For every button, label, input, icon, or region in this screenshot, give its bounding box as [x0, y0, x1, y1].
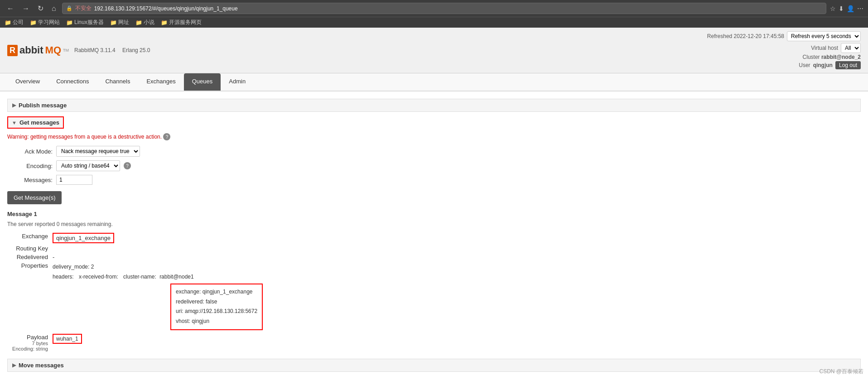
cluster-name-value: rabbit@node1: [159, 274, 194, 280]
vhost-row: Virtual host All: [707, 43, 861, 53]
nav-bar: Overview Connections Channels Exchanges …: [0, 73, 868, 91]
exchange-value: qingjun_1_exchange: [53, 233, 114, 243]
warning-text: Warning: getting messages from a queue i…: [7, 133, 861, 140]
properties-row: Properties delivery_mode: 2 headers: x-r…: [7, 262, 861, 330]
bookmark-opensource[interactable]: 📁 开源服务网页: [161, 19, 202, 26]
folder-icon: 📁: [30, 19, 37, 26]
star-button[interactable]: ☆: [830, 5, 836, 12]
bookmark-novel[interactable]: 📁 小说: [135, 19, 154, 26]
brand-text: abbit: [19, 44, 43, 56]
payload-value: wuhan_1: [53, 334, 82, 344]
rabbit-logo: R abbit MQ TM: [7, 44, 69, 56]
warning-help-icon[interactable]: ?: [163, 133, 170, 140]
nested-vhost: vhost: qingjun: [176, 317, 257, 327]
bookmark-label: Linux服务器: [74, 19, 104, 26]
browser-actions: ☆ ⬇ 👤 ⋯: [830, 5, 863, 12]
routing-key-label: Routing Key: [7, 245, 53, 252]
get-messages-button[interactable]: Get Message(s): [7, 191, 62, 204]
user-row: User qingjun Log out: [707, 61, 861, 69]
delivery-mode-line: delivery_mode: 2: [53, 262, 263, 272]
browser-chrome: ← → ↻ ⌂ 🔒 不安全 192.168.130.129:15672/#/qu…: [0, 0, 868, 28]
nested-box-container: exchange: qingjun_1_exchange redelivered…: [170, 284, 263, 330]
tab-overview[interactable]: Overview: [7, 73, 48, 91]
tab-connections[interactable]: Connections: [48, 73, 97, 91]
server-note: The server reported 0 messages remaining…: [7, 221, 861, 227]
publish-message-section[interactable]: ▶ Publish message: [7, 99, 861, 112]
get-messages-section-header[interactable]: ▼ Get messages: [7, 116, 64, 129]
headers-line: headers: x-received-from: cluster-name: …: [53, 272, 263, 282]
logo-icon: R: [7, 45, 18, 56]
bookmarks-bar: 📁 公司 📁 学习网站 📁 Linux服务器 📁 网址 📁 小说 📁 开源服务网…: [0, 17, 868, 28]
nested-redelivered: redelivered: false: [176, 297, 257, 307]
tab-exchanges[interactable]: Exchanges: [138, 73, 183, 91]
bookmark-linux[interactable]: 📁 Linux服务器: [66, 19, 104, 26]
bookmark-label: 公司: [13, 19, 24, 26]
watermark: CSDN @百泰倾若: [819, 368, 863, 375]
encoding-select[interactable]: Auto string / base64base64: [56, 160, 120, 171]
header-right: Refreshed 2022-12-20 17:45:58 Refresh ev…: [707, 31, 861, 69]
bookmark-label: 网址: [118, 19, 129, 26]
messages-label: Messages:: [7, 177, 53, 183]
cluster-value: rabbit@node_2: [821, 54, 861, 60]
refresh-select[interactable]: Refresh every 5 seconds: [787, 31, 861, 41]
properties-block: delivery_mode: 2 headers: x-received-fro…: [53, 262, 263, 330]
url-text: 192.168.130.129:15672/#/queues/qingjun/q…: [94, 5, 238, 12]
exchange-row: Exchange qingjun_1_exchange: [7, 233, 861, 243]
encoding-row: Encoding: Auto string / base64base64 ?: [7, 160, 861, 171]
nested-red-box: exchange: qingjun_1_exchange redelivered…: [170, 284, 263, 330]
refresh-button[interactable]: ↻: [35, 3, 46, 14]
x-received-from: x-received-from:: [79, 274, 118, 280]
routing-key-row: Routing Key: [7, 245, 861, 252]
vhost-select[interactable]: All: [841, 43, 861, 53]
bookmark-label: 学习网站: [38, 19, 60, 26]
forward-button[interactable]: →: [20, 4, 32, 14]
move-messages-section[interactable]: ▶ Move messages: [7, 359, 861, 372]
refreshed-text: Refreshed 2022-12-20 17:45:58: [707, 33, 784, 39]
profile-button[interactable]: 👤: [847, 5, 854, 12]
folder-icon: 📁: [135, 19, 142, 26]
redelivered-label: Redelivered: [7, 254, 53, 260]
bookmark-study[interactable]: 📁 学习网站: [30, 19, 60, 26]
menu-button[interactable]: ⋯: [857, 5, 863, 12]
tab-channels[interactable]: Channels: [97, 73, 138, 91]
messages-input[interactable]: [56, 175, 92, 185]
encoding-label: Encoding:: [7, 163, 53, 169]
ack-mode-row: Ack Mode: Nack message requeue trueAck m…: [7, 146, 861, 157]
logout-button[interactable]: Log out: [835, 61, 861, 69]
tab-queues[interactable]: Queues: [184, 73, 221, 91]
publish-toggle-icon: ▶: [12, 102, 16, 108]
message-title: Message 1: [7, 211, 861, 217]
ack-mode-select[interactable]: Nack message requeue trueAck message req…: [56, 146, 140, 157]
redelivered-value: -: [53, 254, 54, 260]
home-button[interactable]: ⌂: [49, 4, 58, 14]
bookmark-label: 小说: [144, 19, 154, 26]
folder-icon: 📁: [161, 19, 168, 26]
redelivered-row: Redelivered -: [7, 254, 861, 260]
bookmark-web[interactable]: 📁 网址: [110, 19, 129, 26]
folder-icon: 📁: [5, 19, 11, 26]
download-button[interactable]: ⬇: [839, 5, 844, 12]
bookmark-company[interactable]: 📁 公司: [5, 19, 24, 26]
erlang-version: Erlang 25.0: [122, 47, 150, 53]
exchange-label: Exchange: [7, 233, 53, 243]
exchange-value-box: qingjun_1_exchange: [53, 233, 114, 243]
get-messages-label: Get messages: [19, 119, 59, 126]
payload-label: Payload: [7, 334, 48, 341]
payload-encoding-label: Encoding: string: [7, 346, 48, 351]
tm-text: TM: [63, 48, 69, 53]
publish-message-label: Publish message: [19, 102, 67, 109]
tab-admin[interactable]: Admin: [221, 73, 254, 91]
messages-row: Messages:: [7, 175, 861, 185]
address-bar[interactable]: 🔒 不安全 192.168.130.129:15672/#/queues/qin…: [62, 3, 826, 14]
back-button[interactable]: ←: [5, 4, 16, 14]
get-messages-toggle-icon: ▼: [12, 120, 17, 125]
encoding-help-icon[interactable]: ?: [124, 162, 131, 169]
move-messages-label: Move messages: [19, 362, 64, 369]
payload-label-area: Payload 7 bytes Encoding: string: [7, 334, 53, 351]
payload-row: Payload 7 bytes Encoding: string wuhan_1: [7, 334, 861, 351]
folder-icon: 📁: [110, 19, 117, 26]
browser-toolbar: ← → ↻ ⌂ 🔒 不安全 192.168.130.129:15672/#/qu…: [0, 0, 868, 17]
nested-uri: uri: amqp://192.168.130.128:5672: [176, 307, 257, 317]
move-toggle-icon: ▶: [12, 362, 16, 368]
folder-icon: 📁: [66, 19, 73, 26]
